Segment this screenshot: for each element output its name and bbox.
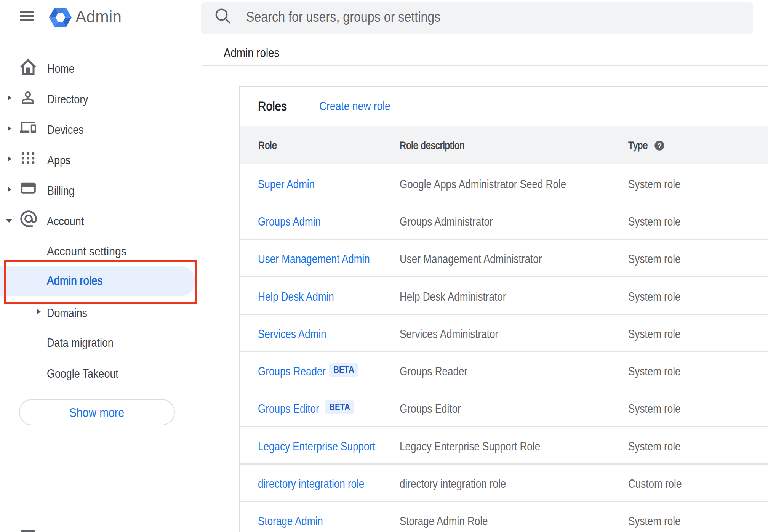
svg-text:?: ? (657, 141, 662, 149)
